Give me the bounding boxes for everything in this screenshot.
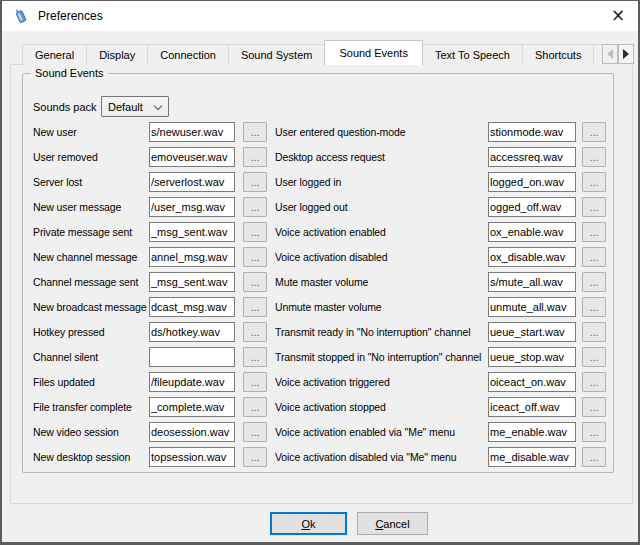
tab-label: Shortcuts [535, 49, 581, 61]
sound-event-row: Private message sent ... Voice activatio… [33, 222, 607, 242]
browse-button[interactable]: ... [582, 147, 606, 167]
sound-file-input[interactable] [149, 172, 235, 192]
browse-button[interactable]: ... [243, 122, 267, 142]
sound-event-label: Voice activation disabled via "Me" menu [275, 451, 488, 463]
sound-file-input[interactable] [149, 422, 235, 442]
browse-button[interactable]: ... [582, 172, 606, 192]
sound-event-label: New user [33, 126, 149, 138]
sound-event-row: New channel message ... Voice activation… [33, 247, 607, 267]
sound-file-input[interactable] [488, 422, 576, 442]
sound-file-input[interactable] [488, 247, 576, 267]
sounds-pack-value: Default [108, 101, 143, 113]
tab-display[interactable]: Display [86, 44, 148, 65]
browse-button[interactable]: ... [582, 247, 606, 267]
tab-shortcuts[interactable]: Shortcuts [522, 44, 594, 65]
sound-event-row: New broadcast message ... Unmute master … [33, 297, 607, 317]
sound-file-input[interactable] [149, 272, 235, 292]
browse-button[interactable]: ... [243, 247, 267, 267]
tab-general[interactable]: General [22, 44, 87, 65]
close-button[interactable]: × [598, 1, 638, 30]
sound-event-row: User removed ... Desktop access request … [33, 147, 607, 167]
browse-button[interactable]: ... [582, 222, 606, 242]
sound-event-label: New video session [33, 426, 149, 438]
tab-connection[interactable]: Connection [147, 44, 229, 65]
sound-event-label: User removed [33, 151, 149, 163]
sound-event-label: Voice activation enabled [275, 226, 488, 238]
sound-event-label: New broadcast message [33, 301, 149, 313]
browse-button[interactable]: ... [243, 147, 267, 167]
sound-file-input[interactable] [488, 297, 576, 317]
sound-file-input[interactable] [149, 147, 235, 167]
browse-button[interactable]: ... [243, 347, 267, 367]
sound-file-input[interactable] [149, 397, 235, 417]
sound-file-input[interactable] [149, 222, 235, 242]
browse-button[interactable]: ... [243, 372, 267, 392]
tab-bar: General Display Connection Sound System … [10, 40, 633, 65]
sound-file-input[interactable] [149, 197, 235, 217]
browse-button[interactable]: ... [582, 122, 606, 142]
chevron-down-icon [154, 102, 162, 110]
browse-button[interactable]: ... [243, 172, 267, 192]
sound-file-input[interactable] [488, 172, 576, 192]
sound-event-label: Channel message sent [33, 276, 149, 288]
sound-event-label: Unmute master volume [275, 301, 488, 313]
sound-file-input[interactable] [488, 272, 576, 292]
sound-event-label: Voice activation disabled [275, 251, 488, 263]
tab-label: Connection [160, 49, 216, 61]
sound-file-input[interactable] [149, 447, 235, 467]
sound-file-input[interactable] [488, 197, 576, 217]
browse-button[interactable]: ... [243, 397, 267, 417]
sound-file-input[interactable] [488, 222, 576, 242]
tab-scroll-right-button[interactable] [618, 44, 634, 64]
sound-event-row: New user ... User entered question-mode … [33, 122, 607, 142]
ok-button[interactable]: Ok [270, 512, 347, 535]
titlebar: Preferences × [2, 1, 638, 31]
sound-file-input[interactable] [488, 397, 576, 417]
browse-button[interactable]: ... [243, 222, 267, 242]
sound-event-label: User logged in [275, 176, 488, 188]
browse-button[interactable]: ... [582, 322, 606, 342]
sound-file-input[interactable] [149, 347, 235, 367]
browse-button[interactable]: ... [582, 397, 606, 417]
browse-button[interactable]: ... [582, 447, 606, 467]
browse-button[interactable]: ... [243, 272, 267, 292]
sound-event-rows: New user ... User entered question-mode … [33, 122, 607, 472]
sound-event-label: Voice activation stopped [275, 401, 488, 413]
sound-file-input[interactable] [488, 147, 576, 167]
sounds-pack-select[interactable]: Default [101, 96, 169, 117]
sound-file-input[interactable] [149, 247, 235, 267]
tab-sound-events[interactable]: Sound Events [324, 40, 423, 65]
tab-sound-system[interactable]: Sound System [228, 44, 326, 65]
browse-button[interactable]: ... [243, 322, 267, 342]
sound-file-input[interactable] [488, 372, 576, 392]
browse-button[interactable]: ... [243, 447, 267, 467]
sound-file-input[interactable] [149, 372, 235, 392]
browse-button[interactable]: ... [243, 297, 267, 317]
sound-event-label: Mute master volume [275, 276, 488, 288]
sounds-pack-label: Sounds pack [33, 101, 101, 113]
sound-file-input[interactable] [149, 122, 235, 142]
sound-event-label: Desktop access request [275, 151, 488, 163]
sound-event-row: File transfer complete ... Voice activat… [33, 397, 607, 417]
tab-text-to-speech[interactable]: Text To Speech [422, 44, 523, 65]
sound-file-input[interactable] [488, 122, 576, 142]
sound-file-input[interactable] [488, 347, 576, 367]
browse-button[interactable]: ... [582, 297, 606, 317]
tab-scroll-left-button[interactable] [602, 44, 618, 64]
sound-file-input[interactable] [149, 297, 235, 317]
browse-button[interactable]: ... [582, 422, 606, 442]
browse-button[interactable]: ... [582, 272, 606, 292]
sound-file-input[interactable] [149, 322, 235, 342]
browse-button[interactable]: ... [582, 197, 606, 217]
arrow-left-icon [607, 49, 613, 59]
browse-button[interactable]: ... [243, 197, 267, 217]
sound-event-label: Transmit stopped in "No interruption" ch… [275, 351, 488, 363]
cancel-button[interactable]: Cancel [357, 512, 428, 535]
browse-button[interactable]: ... [582, 372, 606, 392]
sound-event-label: Voice activation enabled via "Me" menu [275, 426, 488, 438]
sound-file-input[interactable] [488, 447, 576, 467]
browse-button[interactable]: ... [243, 422, 267, 442]
browse-button[interactable]: ... [582, 347, 606, 367]
tab-label: General [35, 49, 74, 61]
sound-file-input[interactable] [488, 322, 576, 342]
